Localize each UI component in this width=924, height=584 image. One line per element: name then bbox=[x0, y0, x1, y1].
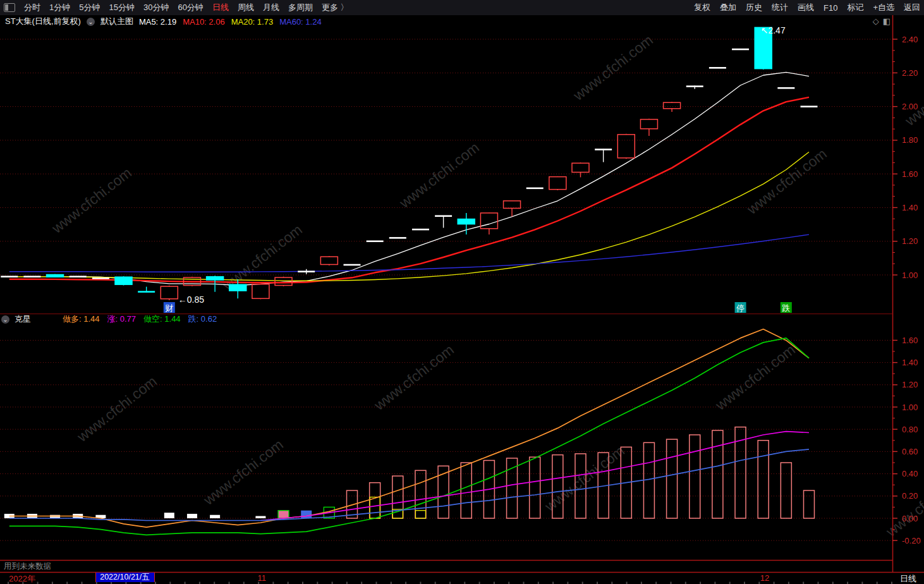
indicator-bar-white bbox=[187, 514, 197, 518]
indicator-bar-salmon bbox=[667, 439, 678, 518]
indicator-field-做空: 做空: 1.44 bbox=[143, 313, 181, 325]
overlay-label[interactable]: 默认主图 bbox=[100, 16, 133, 27]
indicator-name: 克星 bbox=[15, 313, 31, 325]
ma-values: MA5: 2.19MA10: 2.06MA20: 1.73MA60: 1.24 bbox=[139, 17, 322, 27]
menu-item-标记[interactable]: 标记 bbox=[847, 2, 863, 13]
indicator-bar-salmon bbox=[415, 470, 426, 518]
watermark: www.cfchi.com bbox=[48, 164, 135, 237]
menu-item-叠加[interactable]: 叠加 bbox=[720, 2, 736, 13]
chart-canvas: www.cfchi.comwww.cfchi.comwww.cfchi.comw… bbox=[0, 0, 924, 584]
candle-down bbox=[47, 274, 64, 277]
indicator-bar-yellow bbox=[370, 497, 380, 518]
main-chart-dropdown-icon[interactable]: ⌄ bbox=[87, 18, 95, 26]
ma-value-MA10: MA10: 2.06 bbox=[183, 17, 225, 27]
period-menu: 分时1分钟5分钟15分钟30分钟60分钟日线周线月线多周期更多 〉 bbox=[0, 2, 349, 13]
split-square-icon[interactable]: ◧ bbox=[883, 16, 894, 26]
future-data-note: 用到未来数据 bbox=[4, 561, 51, 572]
indicator-bar-salmon bbox=[461, 463, 471, 518]
menu-item-分时[interactable]: 分时 bbox=[24, 2, 40, 13]
indicator-dropdown-icon[interactable]: ⌄ bbox=[1, 315, 9, 324]
diamond-icon[interactable]: ◇ bbox=[873, 16, 883, 26]
axis-label: 1.40 bbox=[902, 203, 918, 212]
stock-app-window: www.cfchi.comwww.cfchi.comwww.cfchi.comw… bbox=[0, 0, 924, 584]
indicator-bar-blue bbox=[301, 511, 312, 518]
indicator-bar-salmon bbox=[507, 458, 518, 518]
menu-item-统计[interactable]: 统计 bbox=[772, 2, 788, 13]
watermark: www.cfchi.com bbox=[396, 139, 482, 212]
candle-up bbox=[161, 286, 178, 299]
axis-label: 1.00 bbox=[902, 403, 918, 412]
event-marker-停: 停 bbox=[736, 303, 745, 313]
menu-item-更多〉[interactable]: 更多 〉 bbox=[322, 2, 349, 13]
watermark: www.cfchi.com bbox=[200, 436, 286, 509]
indicator-bar-yellow bbox=[415, 511, 425, 518]
axis-label: 1.00 bbox=[902, 271, 918, 280]
menu-item-复权[interactable]: 复权 bbox=[694, 2, 710, 13]
axis-label: 2.40 bbox=[902, 35, 918, 44]
candle-up bbox=[572, 163, 589, 172]
period-indicator: 日线 bbox=[900, 573, 916, 584]
indicator-bar-green-pink bbox=[278, 511, 289, 518]
menu-item-15分钟[interactable]: 15分钟 bbox=[109, 2, 134, 13]
panel-toggle-icon[interactable] bbox=[4, 3, 15, 12]
indicator-values: 做多: 1.44涨: 0.77做空: 1.44跌: 0.62 bbox=[63, 313, 217, 325]
axis-label: 0.00 bbox=[902, 514, 918, 523]
axis-label: 1.20 bbox=[902, 380, 918, 389]
axis-label: 1.80 bbox=[902, 135, 918, 145]
info-bar: ST大集(日线,前复权) ⌄ 默认主图 MA5: 2.19MA10: 2.06M… bbox=[0, 15, 924, 28]
candle-up bbox=[480, 213, 497, 229]
indicator-bar-salmon bbox=[758, 441, 769, 518]
stock-title: ST大集(日线,前复权) bbox=[5, 16, 81, 27]
price-annotation: ←0.85 bbox=[178, 295, 204, 305]
axis-label: 0.60 bbox=[902, 447, 918, 456]
menu-item-画线[interactable]: 画线 bbox=[798, 2, 814, 13]
axis-label: 1.40 bbox=[902, 358, 918, 367]
month-label-2022年: 2022年 bbox=[9, 573, 35, 584]
watermark: www.cfchi.com bbox=[743, 145, 830, 218]
ma-value-MA5: MA5: 2.19 bbox=[139, 17, 176, 27]
info-bar-icons: ◇◧ bbox=[873, 16, 894, 26]
indicator-bar-salmon bbox=[804, 490, 815, 518]
menu-item-60分钟[interactable]: 60分钟 bbox=[178, 2, 203, 13]
menu-item-多周期[interactable]: 多周期 bbox=[288, 2, 313, 13]
candle-up bbox=[549, 177, 566, 190]
menu-item-F10[interactable]: F10 bbox=[824, 3, 837, 13]
menu-item-历史[interactable]: 历史 bbox=[746, 2, 762, 13]
indicator-field-做多: 做多: 1.44 bbox=[63, 313, 100, 325]
menu-item-日线[interactable]: 日线 bbox=[212, 2, 229, 13]
axis-label: 1.60 bbox=[902, 169, 918, 179]
event-marker-财: 财 bbox=[165, 303, 173, 313]
axis-label: 0.40 bbox=[902, 469, 918, 478]
indicator-bar-salmon bbox=[712, 430, 723, 518]
candle-up bbox=[504, 201, 521, 209]
menu-item-30分钟[interactable]: 30分钟 bbox=[143, 2, 169, 13]
indicator-field-涨: 涨: 0.77 bbox=[107, 313, 137, 325]
menu-item-周线[interactable]: 周线 bbox=[238, 2, 254, 13]
menu-item-1分钟[interactable]: 1分钟 bbox=[49, 2, 70, 13]
date-axis: 2022年1112 2022/10/21/五 日线 bbox=[0, 572, 924, 584]
candle-up bbox=[664, 102, 681, 109]
axis-label: 0.80 bbox=[902, 425, 918, 434]
indicator-bar-salmon bbox=[690, 435, 700, 518]
candle-up bbox=[320, 257, 337, 264]
menu-item-5分钟[interactable]: 5分钟 bbox=[79, 2, 100, 13]
candle-down bbox=[229, 284, 246, 291]
axis-label: -0.20 bbox=[902, 536, 921, 545]
indicator-header: ⌄ 克星 做多: 1.44涨: 0.77做空: 1.44跌: 0.62 bbox=[1, 314, 217, 324]
indicator-bar-salmon bbox=[643, 442, 654, 518]
ma-value-MA60: MA60: 1.24 bbox=[279, 17, 322, 27]
menu-item-月线[interactable]: 月线 bbox=[263, 2, 279, 13]
tools-menu: 复权叠加历史统计画线F10标记+自选返回 bbox=[694, 2, 924, 13]
menu-item-返回[interactable]: 返回 bbox=[904, 2, 920, 13]
axis-label: 2.20 bbox=[902, 68, 918, 78]
month-label-11: 11 bbox=[257, 573, 266, 583]
watermark: www.cfchi.com bbox=[73, 373, 160, 446]
candle-down bbox=[458, 219, 475, 224]
candle-down bbox=[207, 277, 224, 280]
ma-value-MA20: MA20: 1.73 bbox=[231, 17, 274, 27]
axis-label: 2.00 bbox=[902, 102, 918, 111]
indicator-field-跌: 跌: 0.62 bbox=[188, 313, 217, 325]
axis-label: 1.60 bbox=[902, 336, 918, 345]
cursor-date-box: 2022/10/21/五 bbox=[95, 573, 155, 582]
menu-item-+自选[interactable]: +自选 bbox=[873, 2, 894, 13]
